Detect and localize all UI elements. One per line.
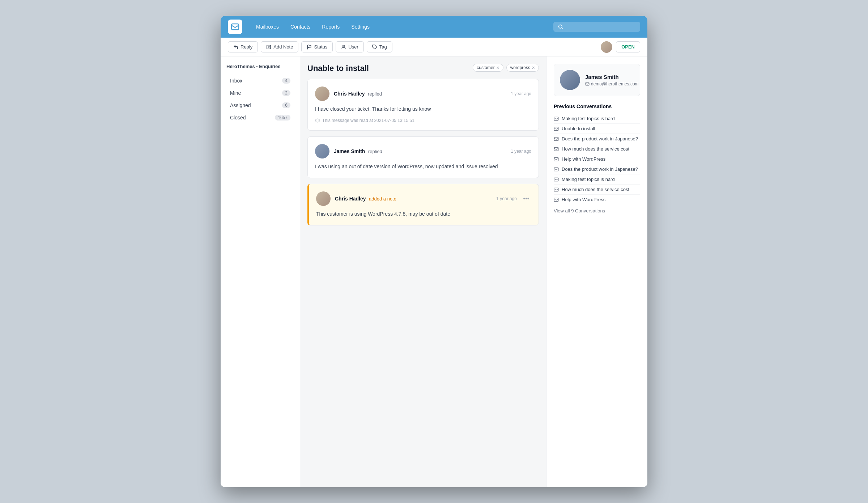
msg-meta-3: Chris Hadley added a note — [335, 195, 492, 202]
svg-line-2 — [562, 28, 563, 29]
user-icon — [341, 45, 346, 50]
msg-author-2: James Smith — [334, 148, 365, 154]
conversation-area: Unable to install customer ✕ wordpress ✕ — [300, 56, 546, 487]
envelope-icon — [554, 167, 559, 172]
message-header-2: James Smith replied 1 year ago — [315, 144, 531, 158]
prev-conv-item[interactable]: Making test topics is hard — [554, 114, 640, 124]
prev-conv-item[interactable]: Does the product work in Japanese? — [554, 164, 640, 174]
svg-rect-16 — [554, 157, 558, 161]
view-all-conversations[interactable]: View all 9 Conversations — [554, 208, 640, 214]
search-icon — [558, 24, 563, 30]
svg-point-8 — [343, 45, 345, 47]
contact-card: James Smith demo@herothemes.com — [554, 64, 640, 96]
msg-action-3: added a note — [369, 196, 396, 202]
msg-action-2: replied — [368, 149, 382, 154]
sidebar-item-inbox[interactable]: Inbox 4 — [226, 75, 294, 86]
msg-action-1: replied — [368, 91, 382, 97]
prev-conv-item[interactable]: How much does the service cost — [554, 144, 640, 154]
right-panel: James Smith demo@herothemes.com Previous… — [546, 56, 647, 487]
contact-email: demo@herothemes.com — [585, 81, 639, 86]
reply-button[interactable]: Reply — [228, 41, 258, 52]
svg-rect-14 — [554, 137, 558, 140]
svg-rect-17 — [554, 168, 558, 171]
msg-author-3: Chris Hadley — [335, 196, 366, 202]
user-button[interactable]: User — [336, 41, 363, 52]
envelope-icon — [554, 177, 559, 182]
tag-button[interactable]: Tag — [367, 41, 392, 52]
contact-info: James Smith demo@herothemes.com — [585, 74, 639, 86]
sidebar-title: HeroThemes - Enquiries — [226, 62, 294, 71]
svg-rect-19 — [554, 188, 558, 191]
svg-point-10 — [317, 120, 318, 121]
app-window: Mailboxes Contacts Reports Settings Repl… — [221, 16, 647, 487]
note-icon — [266, 45, 271, 50]
toolbar-right: OPEN — [601, 41, 640, 53]
msg-body-1: I have closed your ticket. Thanks for le… — [315, 105, 531, 113]
nav-contacts[interactable]: Contacts — [285, 21, 315, 33]
msg-body-3: This customer is using WordPress 4.7.8, … — [316, 210, 531, 218]
prev-conv-item[interactable]: Does the product work in Japanese? — [554, 134, 640, 144]
svg-rect-18 — [554, 178, 558, 181]
remove-tag-customer[interactable]: ✕ — [496, 65, 499, 70]
remove-tag-wordpress[interactable]: ✕ — [532, 65, 535, 70]
current-user-avatar[interactable] — [601, 41, 612, 53]
prev-conv-item[interactable]: Help with WordPress — [554, 195, 640, 204]
status-button[interactable]: Status — [301, 41, 333, 52]
avatar-chris-2 — [316, 191, 331, 206]
logo[interactable] — [228, 20, 242, 34]
msg-meta-1: Chris Hadley replied — [334, 90, 506, 97]
reply-icon — [233, 45, 238, 50]
msg-time-3: 1 year ago — [496, 196, 517, 201]
toolbar: Reply Add Note Status User — [221, 38, 647, 56]
flag-icon — [307, 45, 312, 50]
sidebar-item-closed[interactable]: Closed 1657 — [226, 112, 294, 123]
open-status-badge[interactable]: OPEN — [616, 41, 640, 52]
search-box[interactable] — [553, 22, 640, 32]
svg-rect-11 — [586, 83, 589, 85]
message-card-2: James Smith replied 1 year ago I was usi… — [307, 136, 539, 178]
message-card-1: Chris Hadley replied 1 year ago I have c… — [307, 79, 539, 131]
prev-conv-item[interactable]: Unable to install — [554, 124, 640, 134]
sidebar-item-assigned[interactable]: Assigned 6 — [226, 100, 294, 111]
conversation-header: Unable to install customer ✕ wordpress ✕ — [307, 64, 539, 73]
read-receipt-1: This message was read at 2021-07-05 13:1… — [315, 118, 531, 123]
nav-mailboxes[interactable]: Mailboxes — [251, 21, 284, 33]
main-content: HeroThemes - Enquiries Inbox 4 Mine 2 As… — [221, 56, 647, 487]
prev-conv-item[interactable]: Making test topics is hard — [554, 174, 640, 185]
contact-avatar — [560, 70, 580, 90]
prev-conv-item[interactable]: How much does the service cost — [554, 185, 640, 195]
avatar-james-1 — [315, 144, 329, 158]
svg-rect-15 — [554, 147, 558, 151]
contact-name: James Smith — [585, 74, 639, 80]
sidebar-item-mine[interactable]: Mine 2 — [226, 87, 294, 99]
svg-rect-12 — [554, 117, 558, 120]
msg-time-2: 1 year ago — [511, 149, 531, 154]
envelope-icon — [554, 157, 559, 162]
svg-rect-20 — [554, 198, 558, 201]
msg-author-1: Chris Hadley — [334, 91, 365, 97]
envelope-icon — [554, 136, 559, 141]
top-nav: Mailboxes Contacts Reports Settings — [221, 16, 647, 38]
envelope-icon — [554, 116, 559, 121]
nav-reports[interactable]: Reports — [317, 21, 345, 33]
nav-settings[interactable]: Settings — [346, 21, 375, 33]
prev-conversations-list: Making test topics is hard Unable to ins… — [554, 114, 640, 204]
tag-customer[interactable]: customer ✕ — [473, 64, 503, 72]
sidebar: HeroThemes - Enquiries Inbox 4 Mine 2 As… — [221, 56, 300, 487]
svg-rect-13 — [554, 127, 558, 130]
msg-time-1: 1 year ago — [511, 91, 531, 96]
envelope-icon — [554, 147, 559, 152]
prev-conv-item[interactable]: Help with WordPress — [554, 154, 640, 164]
envelope-icon — [554, 126, 559, 131]
email-icon — [585, 82, 590, 86]
message-header-1: Chris Hadley replied 1 year ago — [315, 86, 531, 101]
tag-wordpress[interactable]: wordpress ✕ — [506, 64, 539, 72]
message-options-button[interactable]: ••• — [521, 194, 531, 204]
conversation-title: Unable to install — [307, 64, 468, 73]
message-card-3: Chris Hadley added a note 1 year ago •••… — [307, 184, 539, 225]
eye-icon — [315, 118, 320, 123]
msg-body-2: I was using an out of date version of Wo… — [315, 163, 531, 170]
add-note-button[interactable]: Add Note — [261, 41, 298, 52]
envelope-icon — [554, 187, 559, 192]
prev-conversations-title: Previous Conversations — [554, 103, 640, 109]
